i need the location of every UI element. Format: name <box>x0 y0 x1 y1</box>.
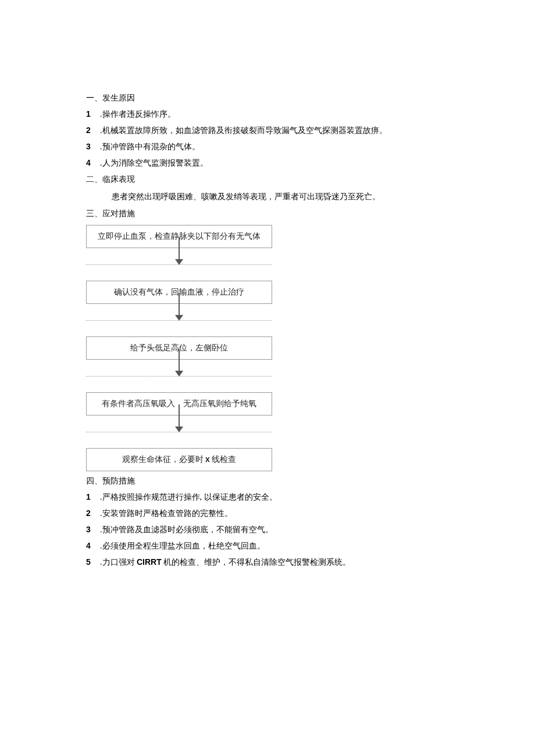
flow-step-text-suffix: 线检查 <box>210 455 237 464</box>
item-number: 1 <box>86 109 100 120</box>
item-number: 5 <box>86 557 100 568</box>
item-text: .安装管路时严格检查管路的完整性。 <box>100 508 233 519</box>
flow-arrow <box>86 248 272 281</box>
item-text: .机械装置故障所致，如血滤管路及衔接破裂而导致漏气及空气探测器装置故痹。 <box>100 126 387 136</box>
item-text: .预冲管路中有混杂的气体。 <box>100 142 200 152</box>
item-text-prefix: .力口强对 <box>100 558 137 567</box>
section-4-heading: 四、预防措施 <box>86 476 500 486</box>
flow-arrow <box>86 304 272 336</box>
item-text: .力口强对 CIRRT 机的检查、维护，不得私自清除空气报警检测系统。 <box>100 557 351 568</box>
flowchart: 立即停止血泵，检查静脉夹以下部分有无气体 确认没有气体，回输血液，停止治疗 给予… <box>86 225 272 471</box>
item-text: .预冲管路及血滤器时必须彻底，不能留有空气。 <box>100 525 273 535</box>
list-item: 3 .预冲管路中有混杂的气体。 <box>86 142 500 152</box>
section-3-heading: 三、应对措施 <box>86 209 500 219</box>
item-number: 2 <box>86 508 100 519</box>
list-item: 1 .操作者违反操怍序。 <box>86 109 500 120</box>
list-item: 2 .机械装置故障所致，如血滤管路及衔接破裂而导致漏气及空气探测器装置故痹。 <box>86 126 500 136</box>
flow-step-text-prefix: 观察生命体征，必要时 <box>122 455 206 464</box>
item-number: 2 <box>86 126 100 136</box>
list-item: 1 .严格按照操作规范进行操作, 以保证患者的安全。 <box>86 492 500 503</box>
item-number: 3 <box>86 525 100 535</box>
section-2-heading: 二、临床表现 <box>86 174 500 185</box>
list-item: 5 .力口强对 CIRRT 机的检查、维护，不得私自清除空气报警检测系统。 <box>86 557 500 568</box>
item-number: 4 <box>86 541 100 551</box>
item-number: 3 <box>86 142 100 152</box>
item-number: 1 <box>86 492 100 503</box>
item-text: .操作者违反操怍序。 <box>100 109 176 120</box>
item-text-suffix: 机的检查、维护，不得私自清除空气报警检测系统。 <box>162 558 351 567</box>
flow-step: 观察生命体征，必要时 x 线检查 <box>86 448 272 471</box>
item-number: 4 <box>86 158 100 169</box>
document-page: 一、发生原因 1 .操作者违反操怍序。 2 .机械装置故障所致，如血滤管路及衔接… <box>0 0 535 608</box>
list-item: 4 .必须使用全程生理盐水回血，杜绝空气回血。 <box>86 541 500 551</box>
list-item: 2 .安装管路时严格检查管路的完整性。 <box>86 508 500 519</box>
item-text: .人为消除空气监测报警装置。 <box>100 158 208 169</box>
flow-arrow <box>86 360 272 392</box>
item-text: .严格按照操作规范进行操作, 以保证患者的安全。 <box>100 492 277 503</box>
section-1-heading: 一、发生原因 <box>86 93 500 103</box>
item-text-bold: CIRRT <box>137 557 162 567</box>
list-item: 4 .人为消除空气监测报警装置。 <box>86 158 500 169</box>
section-2-body: 患者突然出现呼吸困难、咳嗽及发绡等表现，严重者可出现昏迷乃至死亡。 <box>86 191 500 203</box>
item-text: .必须使用全程生理盐水回血，杜绝空气回血。 <box>100 541 265 551</box>
flow-step-x: x <box>205 454 210 464</box>
flow-arrow <box>86 415 272 448</box>
list-item: 3 .预冲管路及血滤器时必须彻底，不能留有空气。 <box>86 525 500 535</box>
